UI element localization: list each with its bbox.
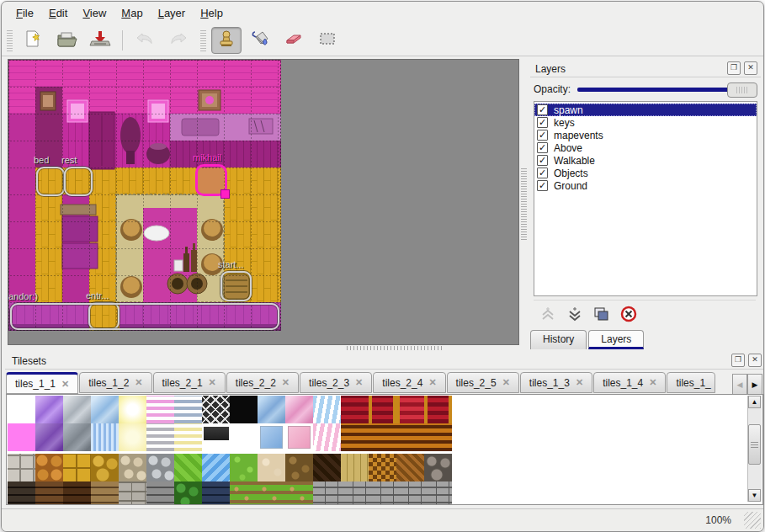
- layer-row-walkable[interactable]: ✓Walkable: [534, 154, 757, 167]
- scroll-tabs-left-icon[interactable]: ◀: [732, 374, 747, 395]
- tileset-tab-tiles_1_1[interactable]: tiles_1_1✕: [6, 372, 78, 394]
- horizontal-splitter-grip[interactable]: [347, 346, 444, 350]
- tile-stripe-paleyellow[interactable]: [174, 423, 202, 451]
- tile-stone-tiles[interactable]: [8, 454, 35, 481]
- tile-glass-gray-dark[interactable]: [63, 423, 91, 451]
- tile-brick-brown[interactable]: [35, 481, 63, 505]
- tab-close-icon[interactable]: ✕: [502, 377, 510, 388]
- vertical-splitter-grip[interactable]: [521, 168, 527, 240]
- tile-cobble-orange[interactable]: [35, 454, 63, 481]
- new-file-button[interactable]: [18, 27, 48, 54]
- tile-curtain-red-gold[interactable]: [369, 396, 396, 423]
- tab-close-icon[interactable]: ✕: [282, 377, 290, 388]
- tile-cream[interactable]: [258, 454, 285, 481]
- tile-lattice[interactable]: [202, 396, 230, 423]
- scroll-tabs-right-icon[interactable]: ▶: [747, 374, 762, 395]
- tile-plaque[interactable]: [202, 423, 230, 451]
- raise-layer-button[interactable]: [539, 305, 557, 323]
- tab-close-icon[interactable]: ✕: [61, 379, 69, 390]
- tileset-tab-tiles_1_2[interactable]: tiles_1_2✕: [79, 372, 151, 393]
- tab-close-icon[interactable]: ✕: [428, 377, 436, 388]
- tile-white[interactable]: [8, 396, 35, 423]
- save-file-button[interactable]: [85, 27, 115, 54]
- float-panel-icon[interactable]: ❐: [727, 61, 741, 75]
- stamp-tool-button[interactable]: [211, 27, 242, 54]
- tile-curtain-red2[interactable]: [396, 396, 424, 423]
- tile-brick-gray[interactable]: [146, 481, 174, 505]
- tile-tile-gold[interactable]: [63, 454, 91, 481]
- menu-help[interactable]: Help: [193, 4, 231, 22]
- eraser-tool-button[interactable]: [279, 27, 309, 54]
- tile-planks[interactable]: [341, 454, 369, 481]
- tab-close-icon[interactable]: ✕: [576, 377, 583, 388]
- tab-close-icon[interactable]: ✕: [209, 377, 216, 388]
- tab-close-icon[interactable]: ✕: [355, 377, 363, 388]
- tile-white[interactable]: [230, 423, 258, 451]
- map-object-rest[interactable]: [64, 167, 93, 196]
- tileset-tab-tiles_1_3[interactable]: tiles_1_3✕: [520, 372, 592, 393]
- object-resize-handle[interactable]: [220, 189, 230, 199]
- duplicate-layer-button[interactable]: [592, 305, 611, 323]
- scroll-down-icon[interactable]: ▼: [748, 489, 761, 502]
- tile-swatch-pink[interactable]: [285, 423, 313, 451]
- layer-row-spawn[interactable]: ✓spawn: [534, 104, 757, 116]
- map-object-andor[interactable]: [10, 303, 279, 330]
- lower-layer-button[interactable]: [566, 305, 584, 323]
- menu-edit[interactable]: Edit: [41, 4, 75, 22]
- tile-black[interactable]: [230, 396, 258, 423]
- fill-tool-button[interactable]: [245, 27, 275, 54]
- tile-palette[interactable]: ▲ ▼: [6, 394, 763, 505]
- resize-grip[interactable]: [744, 512, 761, 529]
- map-view[interactable]: bedrestmikhailstart...entr...andor:): [8, 59, 519, 345]
- layer-visibility-checkbox[interactable]: ✓: [537, 117, 548, 128]
- tile-glass-gray[interactable]: [63, 396, 91, 423]
- tile-glass-purple-dark[interactable]: [35, 423, 63, 451]
- tile-herringbone[interactable]: [396, 454, 424, 481]
- tile-stripe-brown[interactable]: [341, 423, 369, 451]
- tile-stripe-bluegray[interactable]: [174, 396, 202, 423]
- tile-brick-dark[interactable]: [8, 481, 35, 505]
- delete-layer-button[interactable]: [619, 305, 638, 323]
- tileset-tab-tiles_1_[interactable]: tiles_1_✕: [667, 372, 715, 393]
- layer-list[interactable]: ✓spawn✓keys✓mapevents✓Above✓Walkable✓Obj…: [534, 101, 757, 296]
- toolbar-grip-2[interactable]: [200, 29, 206, 51]
- tileset-tab-tiles_2_3[interactable]: tiles_2_3✕: [300, 372, 372, 393]
- tile-stonewall2[interactable]: [369, 481, 396, 505]
- tile-brick-darkbrown[interactable]: [63, 481, 91, 505]
- layer-row-objects[interactable]: ✓Objects: [534, 167, 757, 179]
- tab-close-icon[interactable]: ✕: [649, 377, 656, 388]
- tile-pebble-beige[interactable]: [119, 454, 146, 481]
- layer-visibility-checkbox[interactable]: ✓: [537, 142, 548, 153]
- layer-row-mapevents[interactable]: ✓mapevents: [534, 129, 757, 141]
- menu-file[interactable]: File: [8, 4, 41, 22]
- toolbar-grip[interactable]: [7, 29, 13, 51]
- palette-scrollbar[interactable]: ▲ ▼: [747, 396, 762, 502]
- close-panel-icon[interactable]: ✕: [744, 61, 757, 75]
- rect-select-tool-button[interactable]: [312, 27, 343, 54]
- tile-grasspath[interactable]: [258, 481, 285, 505]
- layer-visibility-checkbox[interactable]: ✓: [537, 104, 548, 115]
- tile-hedge[interactable]: [174, 481, 202, 505]
- menu-view[interactable]: View: [75, 4, 114, 22]
- tile-curtain-red[interactable]: [341, 396, 369, 423]
- layer-visibility-checkbox[interactable]: ✓: [537, 180, 548, 191]
- opacity-slider-handle[interactable]: [727, 82, 757, 98]
- tileset-tab-tiles_2_2[interactable]: tiles_2_2✕: [226, 372, 299, 393]
- tile-pebble-gray[interactable]: [146, 454, 174, 481]
- close-panel-icon[interactable]: ✕: [748, 354, 762, 367]
- tile-logs[interactable]: [424, 454, 452, 481]
- layer-visibility-checkbox[interactable]: ✓: [537, 130, 548, 141]
- tile-stonewall2[interactable]: [313, 481, 341, 505]
- tile-stonewall-gray[interactable]: [119, 481, 146, 505]
- tile-brick-navy[interactable]: [202, 481, 230, 505]
- map-object-start[interactable]: [220, 271, 252, 301]
- float-panel-icon[interactable]: ❐: [731, 354, 745, 367]
- tile-dirt-brown[interactable]: [285, 454, 313, 481]
- tile-pink-solid[interactable]: [8, 423, 35, 451]
- dock-tab-layers[interactable]: Layers: [588, 330, 644, 349]
- layer-row-keys[interactable]: ✓keys: [534, 116, 757, 129]
- tile-stripe-gray[interactable]: [146, 423, 174, 451]
- tile-ribbon-pink[interactable]: [313, 423, 341, 451]
- tab-close-icon[interactable]: ✕: [135, 377, 142, 388]
- menu-map[interactable]: Map: [114, 4, 150, 22]
